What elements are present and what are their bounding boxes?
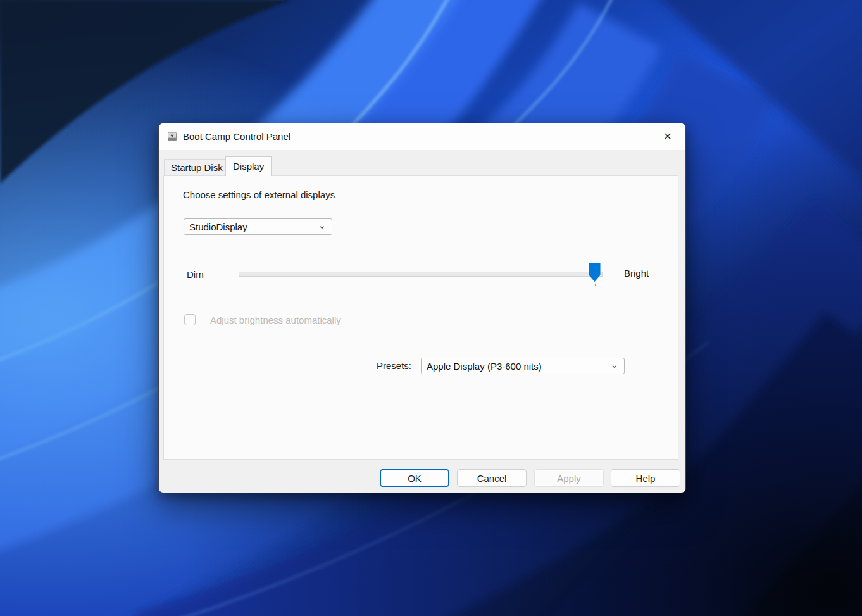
titlebar: Boot Camp Control Panel ✕ (159, 123, 685, 150)
help-button[interactable]: Help (611, 469, 680, 487)
auto-brightness-checkbox[interactable] (184, 314, 196, 325)
chevron-down-icon: ⌄ (610, 359, 618, 370)
close-button[interactable]: ✕ (658, 127, 678, 146)
brightness-slider-track[interactable] (239, 272, 603, 277)
presets-select-value: Apple Display (P3-600 nits) (427, 361, 542, 372)
bootcamp-drive-icon (167, 132, 177, 142)
bright-label: Bright (624, 268, 649, 279)
tab-startup-disk[interactable]: Startup Disk (164, 159, 230, 176)
auto-brightness-label: Adjust brightness automatically (210, 315, 341, 325)
display-select[interactable]: StudioDisplay ⌄ (184, 218, 332, 235)
brightness-slider-thumb[interactable] (589, 263, 601, 282)
external-displays-heading: Choose settings of external displays (183, 189, 335, 200)
window-title: Boot Camp Control Panel (183, 131, 290, 142)
presets-select[interactable]: Apple Display (P3-600 nits) ⌄ (421, 358, 625, 374)
display-select-value: StudioDisplay (189, 222, 247, 232)
tab-display[interactable]: Display (225, 156, 272, 176)
slider-tick-left (244, 284, 244, 286)
apply-button[interactable]: Apply (534, 469, 604, 487)
chevron-down-icon: ⌄ (318, 220, 326, 231)
slider-tick-right (595, 284, 596, 286)
cancel-button[interactable]: Cancel (457, 469, 527, 487)
dim-label: Dim (187, 269, 204, 280)
ok-button[interactable]: OK (380, 469, 449, 487)
presets-label: Presets: (373, 360, 411, 371)
bootcamp-control-panel-window: Boot Camp Control Panel ✕ Startup Disk D… (158, 123, 686, 493)
display-tab-panel: Choose settings of external displays Stu… (163, 175, 678, 460)
